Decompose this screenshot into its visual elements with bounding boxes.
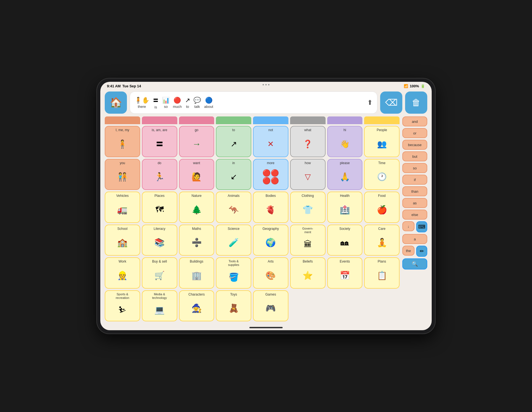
grid-row-1: I, me, my 🧍 is, am, are 〓 go → to bbox=[105, 126, 400, 157]
word-to[interactable]: ↗ to bbox=[185, 97, 190, 109]
grid-row-5: Work 👷 Buy & sell 🛒 Buildings 🏢 Too bbox=[105, 257, 400, 289]
word-to-icon: ↗ bbox=[185, 97, 190, 104]
cell-want[interactable]: want 🙋 bbox=[179, 159, 214, 190]
cell-maths[interactable]: Maths ➗ bbox=[179, 225, 214, 256]
cell-plans[interactable]: Plans 📋 bbox=[364, 257, 400, 289]
cell-go[interactable]: go → bbox=[179, 126, 214, 157]
home-indicator bbox=[249, 327, 283, 328]
sidebar-as[interactable]: as bbox=[402, 198, 427, 208]
cell-nature[interactable]: Nature 🌲 bbox=[179, 192, 214, 223]
search-button[interactable]: 🔍 bbox=[402, 258, 427, 269]
edit-button[interactable]: ✏ bbox=[416, 246, 427, 257]
word-is[interactable]: 〓 is bbox=[153, 96, 159, 109]
sidebar-a[interactable]: a bbox=[402, 234, 427, 244]
cell-care[interactable]: Care 🧘 bbox=[364, 225, 400, 256]
word-much-icon: 🔴 bbox=[173, 97, 181, 104]
sidebar-because[interactable]: because bbox=[402, 140, 427, 150]
cell-society[interactable]: Society 🏘 bbox=[327, 225, 363, 256]
cell-beliefs[interactable]: Beliefs ⭐ bbox=[290, 257, 326, 289]
main-content: 🏠 🧍✋ there 〓 is 📊 so bbox=[100, 89, 432, 325]
cell-buildings[interactable]: Buildings 🏢 bbox=[179, 257, 214, 289]
home-icon: 🏠 bbox=[110, 97, 122, 108]
cell-food[interactable]: Food 🍎 bbox=[364, 192, 400, 223]
cell-how[interactable]: how ▽ bbox=[290, 159, 326, 190]
sidebar-but[interactable]: but bbox=[402, 151, 427, 161]
sidebar-than[interactable]: than bbox=[402, 186, 427, 196]
dots-indicator bbox=[263, 84, 270, 85]
word-so-label: so bbox=[164, 105, 168, 109]
cell-bodies[interactable]: Bodies 🫀 bbox=[253, 192, 288, 223]
cell-places[interactable]: Places 🗺 bbox=[142, 192, 177, 223]
cell-arts[interactable]: Arts 🎨 bbox=[253, 257, 288, 289]
word-about-label: about bbox=[204, 105, 213, 109]
word-so[interactable]: 📊 so bbox=[162, 97, 170, 109]
word-there[interactable]: 🧍✋ there bbox=[134, 97, 149, 109]
cell-characters[interactable]: Characters 🧙 bbox=[179, 290, 214, 322]
cell-tools-supplies[interactable]: Tools &supplies 🪣 bbox=[216, 257, 251, 289]
device-frame: 9:41 AM Tue Sep 14 📶 100% 🔋 🏠 bbox=[97, 78, 435, 334]
cat-tab-orange bbox=[105, 116, 140, 124]
cell-is-am-are[interactable]: is, am, are 〓 bbox=[142, 126, 177, 157]
word-about-icon: 🔵 bbox=[205, 97, 213, 104]
cell-geography[interactable]: Geography 🌍 bbox=[253, 225, 288, 256]
cell-literacy[interactable]: Literacy 📚 bbox=[142, 225, 177, 256]
sidebar-and[interactable]: and bbox=[402, 116, 427, 126]
cell-government[interactable]: Govern-ment 🏛 bbox=[290, 225, 326, 256]
word-talk[interactable]: 💬 talk bbox=[193, 97, 201, 109]
cell-time[interactable]: Time 🕐 bbox=[364, 159, 400, 190]
grid-row-2: you 🧑‍🤝‍🧑 do 🏃 want 🙋 in bbox=[105, 159, 400, 190]
cell-more[interactable]: more 🔴🔴🔴🔴 bbox=[253, 159, 288, 190]
backspace-button[interactable]: ⌫ bbox=[380, 91, 402, 114]
cell-science[interactable]: Science 🧪 bbox=[216, 225, 251, 256]
cell-not[interactable]: not ✕ bbox=[253, 126, 288, 157]
sidebar-else[interactable]: else bbox=[402, 210, 427, 220]
cell-hi[interactable]: hi 👋 bbox=[327, 126, 363, 157]
cell-clothing[interactable]: Clothing 👕 bbox=[290, 192, 326, 223]
cell-animals[interactable]: Animals 🦘 bbox=[216, 192, 251, 223]
cat-tab-pink2 bbox=[179, 116, 214, 124]
home-button[interactable]: 🏠 bbox=[105, 91, 127, 114]
cell-i-me-my[interactable]: I, me, my 🧍 bbox=[105, 126, 140, 157]
sidebar-the[interactable]: the bbox=[402, 246, 415, 256]
cat-tab-gray bbox=[290, 116, 326, 124]
word-much[interactable]: 🔴 much bbox=[173, 97, 182, 109]
cell-do[interactable]: do 🏃 bbox=[142, 159, 177, 190]
cell-what[interactable]: what ❓ bbox=[290, 126, 326, 157]
cell-buy-sell[interactable]: Buy & sell 🛒 bbox=[142, 257, 177, 289]
sidebar-search-row: 🔍 bbox=[402, 258, 427, 269]
cat-tab-blue bbox=[253, 116, 288, 124]
cell-vehicles[interactable]: Vehicles 🚛 bbox=[105, 192, 140, 223]
cell-toys[interactable]: Toys 🧸 bbox=[216, 290, 251, 322]
keyboard-button[interactable]: ⌨ bbox=[416, 221, 427, 232]
trash-button[interactable]: 🗑 bbox=[405, 91, 427, 114]
sidebar-or[interactable]: or bbox=[402, 128, 427, 138]
cell-games[interactable]: Games 🎮 bbox=[253, 290, 288, 322]
cell-work[interactable]: Work 👷 bbox=[105, 257, 140, 289]
cell-you[interactable]: you 🧑‍🤝‍🧑 bbox=[105, 159, 140, 190]
word-about[interactable]: 🔵 about bbox=[204, 97, 213, 109]
word-so-icon: 📊 bbox=[162, 97, 170, 104]
word-is-icon: 〓 bbox=[153, 96, 159, 105]
word-talk-label: talk bbox=[194, 105, 200, 109]
dot3 bbox=[268, 84, 270, 85]
cell-to[interactable]: to ↗ bbox=[216, 126, 251, 157]
search-icon: 🔍 bbox=[412, 261, 418, 267]
device-screen: 9:41 AM Tue Sep 14 📶 100% 🔋 🏠 bbox=[100, 82, 432, 330]
cell-please[interactable]: please 🙏 bbox=[327, 159, 363, 190]
cell-health[interactable]: Health 🏥 bbox=[327, 192, 363, 223]
share-button[interactable]: ⬆ bbox=[367, 99, 373, 106]
battery-icon: 🔋 bbox=[421, 84, 425, 88]
cell-media-technology[interactable]: Media &technology 💻 bbox=[142, 290, 177, 322]
cell-in[interactable]: in ↙ bbox=[216, 159, 251, 190]
time: 9:41 AM bbox=[107, 84, 121, 88]
sidebar-arrow-down[interactable]: ↓ bbox=[402, 221, 415, 231]
cell-school[interactable]: School 🏫 bbox=[105, 225, 140, 256]
grid-row-6: Sports &recreation ⛷ Media &technology 💻… bbox=[105, 290, 400, 322]
sidebar-so[interactable]: so bbox=[402, 163, 427, 173]
category-strip bbox=[105, 116, 400, 124]
cell-events[interactable]: Events 📅 bbox=[327, 257, 363, 289]
cell-people[interactable]: People 👥 bbox=[364, 126, 400, 157]
backspace-icon: ⌫ bbox=[385, 97, 398, 108]
cell-sports-recreation[interactable]: Sports &recreation ⛷ bbox=[105, 290, 140, 322]
sidebar-if[interactable]: if bbox=[402, 175, 427, 185]
